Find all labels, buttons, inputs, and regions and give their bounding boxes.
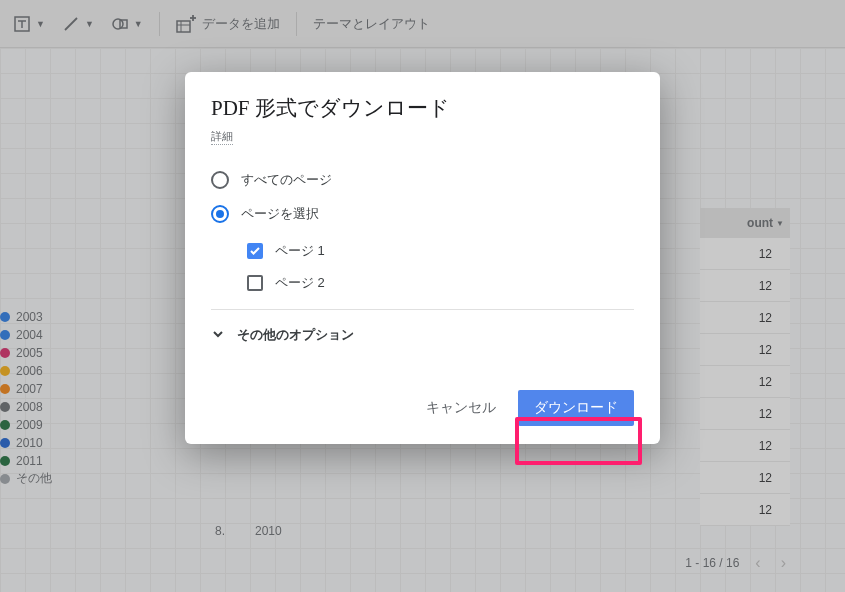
download-pdf-dialog: PDF 形式でダウンロード 詳細 すべてのページ ページを選択 ページ 1 ペー…	[185, 72, 660, 444]
dialog-actions: キャンセル ダウンロード	[211, 390, 634, 426]
checkbox-page-1-label: ページ 1	[275, 242, 325, 260]
checkbox-icon	[247, 275, 263, 291]
checkbox-page-1[interactable]: ページ 1	[247, 235, 634, 267]
other-options-expander[interactable]: その他のオプション	[211, 316, 634, 354]
divider	[211, 309, 634, 310]
page-checkbox-list: ページ 1 ページ 2	[247, 235, 634, 299]
radio-all-pages-label: すべてのページ	[241, 171, 332, 189]
radio-select-pages-label: ページを選択	[241, 205, 319, 223]
cancel-button[interactable]: キャンセル	[412, 390, 510, 426]
dialog-title: PDF 形式でダウンロード	[211, 94, 634, 122]
checkbox-icon	[247, 243, 263, 259]
radio-select-pages[interactable]: ページを選択	[211, 197, 634, 231]
chevron-down-icon	[211, 327, 225, 344]
checkbox-page-2[interactable]: ページ 2	[247, 267, 634, 299]
checkbox-page-2-label: ページ 2	[275, 274, 325, 292]
dialog-details-link[interactable]: 詳細	[211, 129, 233, 145]
radio-all-pages[interactable]: すべてのページ	[211, 163, 634, 197]
radio-icon	[211, 205, 229, 223]
download-button[interactable]: ダウンロード	[518, 390, 634, 426]
radio-icon	[211, 171, 229, 189]
other-options-label: その他のオプション	[237, 326, 354, 344]
